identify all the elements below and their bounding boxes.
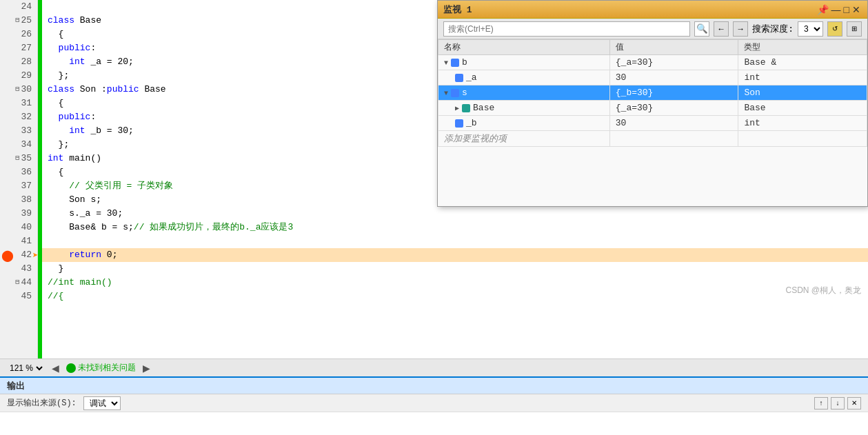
watch-col-type: 类型 xyxy=(738,40,867,55)
collapse-44[interactable]: ⊟ xyxy=(15,276,19,290)
line-32: 32 xyxy=(0,110,37,124)
line-41: 41 xyxy=(0,234,37,248)
expand-btn-s_base[interactable]: ▶ xyxy=(455,105,459,112)
watch-row-name-s_b[interactable]: _b xyxy=(438,116,610,131)
next-issue-button[interactable]: ▶ xyxy=(143,363,150,374)
watch-back-button[interactable]: ← xyxy=(714,21,729,37)
csdn-watermark: CSDN @桐人，奥龙 xyxy=(785,285,861,296)
var-icon-b xyxy=(451,59,459,67)
code-line-39: s._a = 30; xyxy=(42,207,868,221)
output-panel: 输出 显示输出来源(S): 调试 生成 测试 ↑ ↓ ✕ xyxy=(0,376,868,435)
watch-row-name-b_a[interactable]: _a xyxy=(438,70,610,85)
line-29: 29 xyxy=(0,69,37,83)
output-content xyxy=(0,412,868,435)
code-line-44: //int main() xyxy=(42,276,868,290)
watch-maximize-button[interactable]: □ xyxy=(842,4,851,15)
output-up-button[interactable]: ↑ xyxy=(814,397,828,409)
main-container: 24 ⊟25 26 27 28 29 ⊟30 31 32 33 34 ⊟35 3… xyxy=(0,0,868,435)
watch-depth-select[interactable]: 3 1 2 4 5 xyxy=(798,21,823,37)
arrow-icon: ➤ xyxy=(32,250,38,261)
code-line-42: return 0; xyxy=(42,248,868,262)
breakpoint-icon: ⬤ xyxy=(1,250,14,263)
watch-row-type-b_a: int xyxy=(738,70,867,85)
watch-row-name-s[interactable]: ▼s xyxy=(438,85,610,101)
watch-pin-button[interactable]: 📌 xyxy=(816,4,830,15)
line-25: ⊟25 xyxy=(0,14,37,28)
code-line-45: //{ xyxy=(42,290,868,303)
var-icon-b_a xyxy=(455,74,463,82)
watch-row-value-s: {_b=30} xyxy=(609,85,738,101)
collapse-25[interactable]: ⊟ xyxy=(15,14,19,28)
line-34: 34 xyxy=(0,138,37,152)
output-toolbar: 显示输出来源(S): 调试 生成 测试 ↑ ↓ ✕ xyxy=(0,394,868,412)
watch-row-value-s_base: {_a=30} xyxy=(609,101,738,116)
watch-forward-button[interactable]: → xyxy=(733,21,748,37)
watch-minimize-button[interactable]: — xyxy=(830,4,842,15)
watch-refresh-button[interactable]: ↺ xyxy=(827,21,842,37)
var-icon-s xyxy=(451,89,459,97)
output-header: 输出 xyxy=(0,378,868,394)
watch-close-button[interactable]: ✕ xyxy=(851,4,862,15)
watch-row-value-s_b: 30 xyxy=(609,116,738,131)
status-ok: 未找到相关问题 xyxy=(66,362,136,374)
var-icon-teal-s_base xyxy=(462,104,470,112)
watch-search-button[interactable]: 🔍 xyxy=(694,21,709,37)
watch-row-value-b_a: 30 xyxy=(609,70,738,85)
code-line-41 xyxy=(42,234,868,248)
line-33: 33 xyxy=(0,124,37,138)
zoom-select[interactable]: 121 % 100 % 150 % xyxy=(7,363,45,374)
var-icon-s_b xyxy=(455,119,463,128)
watch-row-type-s: Son xyxy=(738,85,867,101)
line-24: 24 xyxy=(0,0,37,14)
watch-row-type-s_base: Base xyxy=(738,101,867,116)
line-numbers: 24 ⊟25 26 27 28 29 ⊟30 31 32 33 34 ⊟35 3… xyxy=(0,0,38,358)
watch-row-type-add xyxy=(738,131,867,147)
line-36: 36 xyxy=(0,165,37,179)
watch-col-value: 值 xyxy=(609,40,738,55)
line-27: 27 xyxy=(0,41,37,55)
code-line-43: } xyxy=(42,262,868,276)
output-panel-title: 输出 xyxy=(7,380,25,392)
line-37: 37 xyxy=(0,179,37,193)
prev-issue-button[interactable]: ◀ xyxy=(52,363,59,374)
watch-row-name-add[interactable]: 添加要监视的项 xyxy=(438,131,610,147)
output-stop-button[interactable]: ✕ xyxy=(847,397,861,409)
line-28: 28 xyxy=(0,55,37,69)
current-execution-indicator: ➤ xyxy=(38,248,42,262)
editor-status-bar: 121 % 100 % 150 % ◀ 未找到相关问题 ▶ xyxy=(0,358,868,376)
watch-table[interactable]: 名称 值 类型 ▼b{_a=30}Base &_a30int▼s{_b=30}S… xyxy=(438,39,867,206)
watch-row-name-s_base[interactable]: ▶Base xyxy=(438,101,610,116)
output-source-label: 显示输出来源(S): xyxy=(7,397,77,409)
watch-row-type-s_b: int xyxy=(738,116,867,131)
output-down-button[interactable]: ↓ xyxy=(831,397,845,409)
watch-row-value-b: {_a=30} xyxy=(609,55,738,70)
watch-title-bar: 监视 1 📌 — □ ✕ xyxy=(438,1,867,19)
line-40: 40 xyxy=(0,221,37,234)
collapse-35[interactable]: ⊟ xyxy=(15,152,19,165)
line-44: ⊟44 xyxy=(0,276,37,290)
watch-grid-button[interactable]: ⊞ xyxy=(847,21,862,37)
line-39: 39 xyxy=(0,207,37,221)
line-31: 31 xyxy=(0,97,37,110)
line-26: 26 xyxy=(0,28,37,41)
watch-row-value-add xyxy=(609,131,738,147)
expand-btn-s[interactable]: ▼ xyxy=(444,90,448,97)
watch-window: 监视 1 📌 — □ ✕ 🔍 ← → 搜索深度: 3 1 2 4 5 xyxy=(437,0,868,207)
line-45: 45 xyxy=(0,290,37,303)
output-source-select[interactable]: 调试 生成 测试 xyxy=(83,396,121,410)
watch-row-name-b[interactable]: ▼b xyxy=(438,55,610,70)
line-38: 38 xyxy=(0,193,37,207)
expand-btn-b[interactable]: ▼ xyxy=(444,59,448,67)
status-text: 未找到相关问题 xyxy=(78,362,136,374)
line-35: ⊟35 xyxy=(0,152,37,165)
watch-title: 监视 1 xyxy=(443,3,472,16)
line-30: ⊟30 xyxy=(0,83,37,97)
code-line-40: Base& b = s;// 如果成功切片，最终的b._a应该是3 xyxy=(42,221,868,234)
line-43: 43 xyxy=(0,262,37,276)
collapse-30[interactable]: ⊟ xyxy=(15,83,19,97)
editor-area: 24 ⊟25 26 27 28 29 ⊟30 31 32 33 34 ⊟35 3… xyxy=(0,0,868,358)
line-42: ⬤ 42 xyxy=(0,248,37,262)
watch-search-bar: 🔍 ← → 搜索深度: 3 1 2 4 5 ↺ ⊞ xyxy=(438,19,867,39)
watch-search-input[interactable] xyxy=(443,21,690,37)
output-toolbar-icons: ↑ ↓ ✕ xyxy=(814,397,861,409)
